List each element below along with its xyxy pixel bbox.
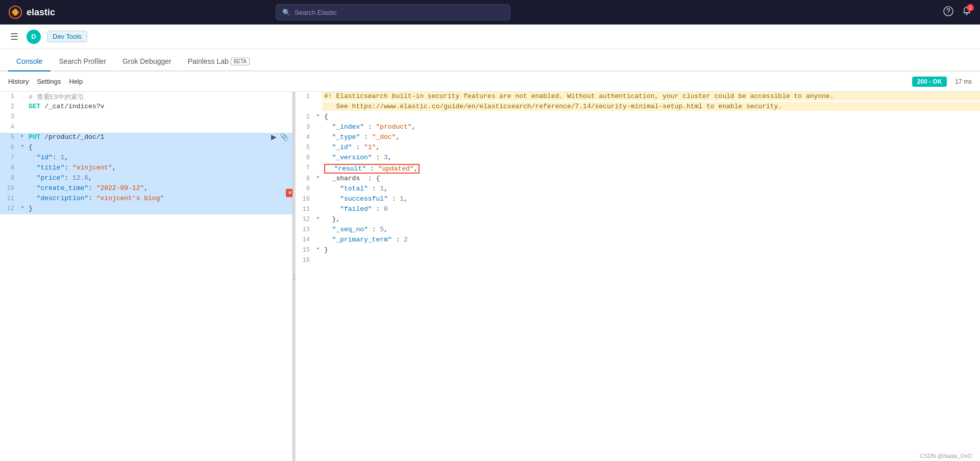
line-number-2: 2	[0, 102, 18, 110]
code-line-9: 9 "price": 12.6,	[0, 174, 292, 184]
line-number-12: 12	[0, 204, 18, 212]
code-line-3: 3	[0, 112, 292, 123]
output-content-5: "_id" : "1",	[322, 143, 980, 152]
line-content-7: "id": 1,	[27, 153, 292, 162]
app-name-badge[interactable]: Dev Tools	[47, 31, 87, 42]
copy-button[interactable]: 📎	[280, 133, 288, 141]
line-content-2: GET /_cat/indices?v	[27, 102, 292, 111]
line-number-1: 1	[0, 92, 18, 100]
top-nav: elastic 🔍 Search Elastic 1	[0, 0, 980, 25]
elastic-logo: elastic	[8, 5, 55, 19]
output-line-1: 1 #! Elasticsearch built-in security fea…	[296, 92, 980, 102]
code-line-2: 2 GET /_cat/indices?v	[0, 102, 292, 112]
notification-badge: 1	[967, 4, 974, 11]
output-content-14: "_primary_term" : 2	[322, 235, 980, 244]
output-gutter-15: ▾	[314, 246, 322, 252]
output-line-3: 3 "_index" : "product",	[296, 123, 980, 133]
output-line-number-12: 12	[296, 215, 314, 223]
tab-grok-debugger[interactable]: Grok Debugger	[114, 52, 180, 71]
output-line-number-6: 6	[296, 153, 314, 161]
output-content-10: "successful" : 1,	[322, 195, 980, 203]
tab-painless-lab[interactable]: Painless Lab BETA	[180, 52, 258, 71]
tab-search-profiler[interactable]: Search Profiler	[51, 52, 114, 71]
output-content-1: #! Elasticsearch built-in security featu…	[322, 92, 980, 101]
run-button[interactable]: ▶	[271, 133, 277, 141]
output-line-5: 5 "_id" : "1",	[296, 143, 980, 153]
output-line-number-13: 13	[296, 225, 314, 233]
line-number-3: 3	[0, 112, 18, 120]
line-content-5: PUT /product/_doc/1	[27, 133, 271, 141]
line-number-11: 11	[0, 194, 18, 202]
line-gutter-5: ▸	[18, 133, 27, 139]
line-number-6: 6	[0, 143, 18, 151]
code-line-10: 10 "create_time": "2022-09-12",	[0, 184, 292, 194]
output-line-number-1b	[296, 102, 314, 103]
output-content-4: "_type" : "_doc",	[322, 133, 980, 141]
output-content-7: "result" : "updated",	[322, 163, 980, 174]
elastic-logo-text: elastic	[27, 7, 55, 18]
line-content-12: }	[27, 204, 292, 213]
left-panel[interactable]: 1 # 查看ES中的索引 2 GET /_cat/indices?v 3 4 5…	[0, 92, 293, 461]
line-actions-5: ▶ 📎	[271, 133, 292, 141]
line-gutter-12: ▾	[18, 204, 27, 210]
output-line-number-1: 1	[296, 92, 314, 100]
output-line-14: 14 "_primary_term" : 2	[296, 235, 980, 246]
output-line-13: 13 "_seq_no" : 5,	[296, 225, 980, 235]
output-line-4: 4 "_type" : "_doc",	[296, 133, 980, 143]
output-content-6: "_version" : 3,	[322, 153, 980, 162]
output-line-number-8: 8	[296, 174, 314, 182]
code-line-6: 6 ▾ {	[0, 143, 292, 153]
editor-area: 1 # 查看ES中的索引 2 GET /_cat/indices?v 3 4 5…	[0, 92, 980, 461]
line-number-4: 4	[0, 123, 18, 131]
svg-point-4	[948, 13, 949, 14]
svg-point-2	[13, 9, 17, 16]
line-number-8: 8	[0, 163, 18, 172]
elastic-logo-icon	[8, 5, 22, 19]
code-line-4: 4	[0, 123, 292, 133]
search-icon: 🔍	[282, 9, 290, 16]
output-content-11: "failed" : 0	[322, 205, 980, 213]
history-button[interactable]: History	[8, 76, 29, 87]
output-content-16	[322, 256, 980, 257]
settings-button[interactable]: Settings	[37, 76, 61, 87]
code-line-1: 1 # 查看ES中的索引	[0, 92, 292, 102]
output-line-11: 11 "failed" : 0	[296, 205, 980, 215]
action-bar: History Settings Help 200 - OK 17 ms	[0, 71, 980, 92]
output-line-8: 8 ▾ _shards : {	[296, 174, 980, 184]
output-line-number-5: 5	[296, 143, 314, 151]
line-content-10: "create_time": "2022-09-12",	[27, 184, 292, 192]
notification-icon[interactable]: 1	[962, 6, 972, 19]
output-line-number-9: 9	[296, 184, 314, 192]
output-line-10: 10 "successful" : 1,	[296, 195, 980, 205]
output-content-2: {	[322, 112, 980, 121]
line-content-1: # 查看ES中的索引	[27, 92, 292, 102]
line-number-9: 9	[0, 174, 18, 182]
search-bar[interactable]: 🔍 Search Elastic	[276, 4, 510, 20]
help-button[interactable]: Help	[69, 76, 83, 87]
output-line-number-16: 16	[296, 256, 314, 264]
right-panel: 1 #! Elasticsearch built-in security fea…	[296, 92, 980, 461]
line-number-5: 5	[0, 133, 18, 141]
nav-icons: 1	[943, 6, 972, 19]
beta-badge: BETA	[231, 58, 250, 65]
line-content-8: "title": "vinjcent",	[27, 163, 292, 172]
output-line-16: 16	[296, 256, 980, 266]
error-icon[interactable]: ×	[286, 189, 293, 197]
code-line-12: 12 ▾ }	[0, 204, 292, 214]
line-number-10: 10	[0, 184, 18, 192]
output-line-number-2: 2	[296, 112, 314, 120]
line-content-9: "price": 12.6,	[27, 174, 292, 182]
app-bar: ☰ D Dev Tools	[0, 25, 980, 49]
search-placeholder: Search Elastic	[295, 9, 337, 16]
tab-console[interactable]: Console	[8, 52, 51, 71]
help-icon[interactable]	[943, 6, 953, 18]
output-line-7: 7 "result" : "updated",	[296, 163, 980, 174]
output-line-2: 2 ▾ {	[296, 112, 980, 123]
code-line-7: 7 "id": 1,	[0, 153, 292, 163]
output-line-number-3: 3	[296, 123, 314, 131]
code-line-11: 11 "description": "vinjcent's blog"	[0, 194, 292, 204]
hamburger-button[interactable]: ☰	[8, 29, 20, 44]
status-badge: 200 - OK	[912, 77, 947, 87]
output-content-15: }	[322, 246, 980, 254]
code-line-5: 5 ▸ PUT /product/_doc/1 ▶ 📎	[0, 133, 292, 143]
